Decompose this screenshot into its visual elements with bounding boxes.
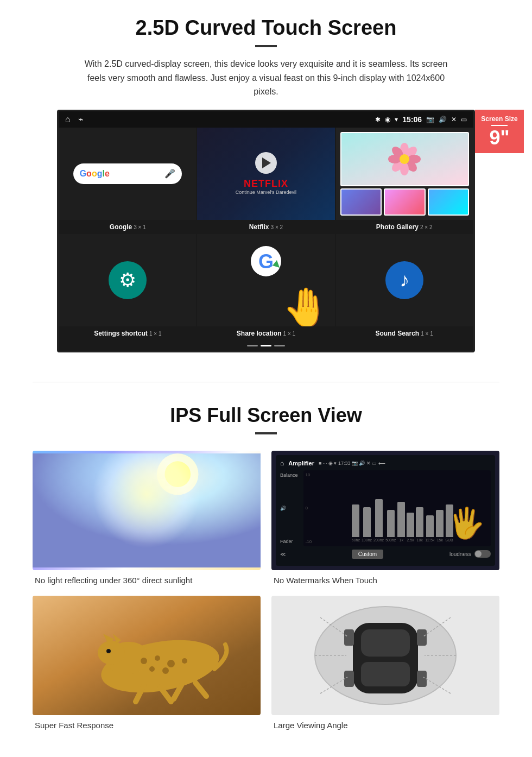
- amp-header: ⌂ Amplifier ■ ··· ◉ ▾ 17:33 📷 🔊 ✕ ▭ ⟵: [280, 459, 491, 467]
- gallery-main-photo: [340, 132, 469, 186]
- sound-cell[interactable]: ♪: [336, 234, 473, 326]
- google-search-bar[interactable]: Google 🎤: [73, 163, 182, 184]
- amp-hand-icon: 🖐: [448, 506, 485, 541]
- svg-line-27: [195, 683, 206, 696]
- google-maps-icon: G: [250, 245, 282, 277]
- google-logo: Google: [80, 169, 110, 179]
- pagination: [59, 340, 473, 351]
- pagination-dot-3[interactable]: [274, 345, 285, 346]
- amp-prev-icon: ≪: [280, 551, 286, 557]
- svg-rect-35: [361, 662, 410, 686]
- amp-bar-8: 15k: [436, 510, 444, 542]
- svg-rect-12: [33, 453, 261, 567]
- svg-point-17: [98, 641, 125, 665]
- amp-bar-7: 12.5k: [425, 515, 434, 542]
- svg-point-20: [167, 660, 175, 667]
- bluetooth-icon: ✱: [375, 116, 381, 123]
- google-mic-icon: 🎤: [164, 168, 175, 179]
- status-bar: ⌂ ⌁ ✱ ◉ ▾ 15:06 📷 🔊 ✕ ▭: [59, 111, 473, 128]
- settings-label-cell: Settings shortcut 1 × 1: [59, 326, 197, 340]
- feature-amplifier: ⌂ Amplifier ■ ··· ◉ ▾ 17:33 📷 🔊 ✕ ▭ ⟵ Ba…: [271, 451, 499, 585]
- feature-car: Large Viewing Angle: [271, 596, 499, 730]
- car-image: [271, 596, 499, 715]
- gallery-app-name: Photo Gallery: [376, 223, 419, 231]
- sound-label-cell: Sound Search 1 × 1: [335, 326, 473, 340]
- screen-size-badge: Screen Size 9": [475, 110, 524, 153]
- title-underline: [255, 45, 277, 47]
- sunlight-image: [33, 451, 261, 570]
- cheetah-label: Super Fast Response: [33, 721, 261, 730]
- sunlight-svg: [33, 451, 261, 570]
- feature-cheetah: Super Fast Response: [33, 596, 261, 730]
- share-app-name: Share location: [237, 330, 282, 337]
- amp-y-axis: 100-10: [306, 470, 312, 546]
- gallery-photo-3: [384, 188, 425, 216]
- cheetah-svg: [52, 607, 242, 704]
- curved-description: With 2.5D curved-display screen, this de…: [76, 57, 456, 99]
- gallery-photo-2: [340, 188, 382, 216]
- amp-status: ■ ··· ◉ ▾ 17:33 📷 🔊 ✕ ▭ ⟵: [319, 460, 385, 466]
- svg-point-14: [164, 461, 191, 487]
- svg-rect-38: [344, 671, 354, 687]
- gallery-cell[interactable]: [336, 128, 473, 220]
- car-label: Large Viewing Angle: [271, 721, 499, 730]
- volume-icon: 🔊: [439, 116, 447, 123]
- share-cell[interactable]: G 🤚: [197, 234, 334, 326]
- status-bar-left: ⌂ ⌁: [65, 114, 84, 124]
- svg-point-31: [107, 650, 110, 652]
- settings-cell[interactable]: ⚙: [59, 234, 196, 326]
- settings-gear-icon: ⚙: [119, 269, 136, 292]
- section-divider: [33, 382, 499, 382]
- amp-bar-6: 10k: [416, 507, 423, 542]
- amp-bar-2: 200hz: [373, 499, 384, 542]
- amp-title: Amplifier: [288, 460, 314, 466]
- home-icon-amp: ⌂: [280, 459, 284, 467]
- settings-grid-size: 1 × 1: [149, 331, 162, 337]
- svg-rect-36: [344, 629, 354, 646]
- amp-custom-btn[interactable]: Custom: [352, 550, 383, 559]
- svg-point-21: [182, 658, 187, 664]
- ips-title: IPS Full Screen View: [33, 404, 499, 427]
- amp-bars-container: 100-10 60hz 100hz 200hz 500hz 1k 2.5k 10…: [303, 470, 491, 546]
- badge-label-text: Screen Size: [479, 115, 520, 123]
- app-grid-row2: ⚙ G 🤚 ♪: [59, 234, 473, 326]
- svg-point-18: [141, 658, 147, 664]
- amp-fader: Fader: [280, 539, 298, 544]
- google-cell[interactable]: Google 🎤: [59, 128, 196, 220]
- netflix-subtitle: Continue Marvel's Daredevil: [236, 190, 296, 195]
- pagination-dot-1[interactable]: [247, 345, 258, 346]
- gallery-label-cell: Photo Gallery 2 × 2: [335, 220, 473, 234]
- ips-title-underline: [255, 432, 277, 434]
- gps-icon: ◉: [385, 116, 390, 123]
- section-curved: 2.5D Curved Touch Screen With 2.5D curve…: [0, 0, 532, 365]
- loudness-toggle[interactable]: [474, 550, 491, 558]
- status-time: 15:06: [402, 115, 422, 124]
- loudness-label: loudness: [449, 551, 471, 557]
- netflix-logo: NETFLIX: [236, 178, 296, 190]
- window-icon: ▭: [461, 116, 467, 123]
- pagination-dot-2[interactable]: [261, 345, 271, 346]
- svg-point-23: [162, 667, 169, 674]
- usb-icon: ⌁: [78, 114, 84, 124]
- amplifier-label: No Watermarks When Touch: [271, 576, 499, 585]
- amp-bar-1: 100hz: [362, 507, 372, 542]
- svg-point-22: [149, 666, 155, 672]
- app-grid-row1: Google 🎤 NETFLIX Continue Marvel's Dared…: [59, 128, 473, 220]
- settings-app-name: Settings shortcut: [94, 330, 148, 337]
- share-grid-size: 1 × 1: [283, 331, 296, 337]
- screen-mock-wrapper: ⌂ ⌁ ✱ ◉ ▾ 15:06 📷 🔊 ✕ ▭: [57, 110, 475, 352]
- feature-sunlight: No light reflecting under 360° direct su…: [33, 451, 261, 585]
- netflix-cell[interactable]: NETFLIX Continue Marvel's Daredevil: [197, 128, 334, 220]
- netflix-play-button[interactable]: [255, 152, 277, 174]
- svg-rect-37: [417, 629, 427, 646]
- amp-container: ⌂ Amplifier ■ ··· ◉ ▾ 17:33 📷 🔊 ✕ ▭ ⟵ Ba…: [276, 455, 495, 566]
- touch-hand-icon: 🤚: [282, 288, 330, 326]
- signal-icon: ✕: [451, 116, 457, 123]
- amp-side-labels: Balance 🔊 Fader: [280, 470, 298, 546]
- amp-content: Balance 🔊 Fader 100-10 60hz: [280, 470, 491, 546]
- badge-size-number: 9": [479, 128, 520, 148]
- curved-title: 2.5D Curved Touch Screen: [33, 16, 499, 40]
- netflix-app-name: Netflix: [249, 223, 269, 231]
- labels-row-1: Google 3 × 1 Netflix 3 × 2 Photo Gallery…: [59, 220, 473, 234]
- amp-bar-0: 60hz: [352, 504, 360, 542]
